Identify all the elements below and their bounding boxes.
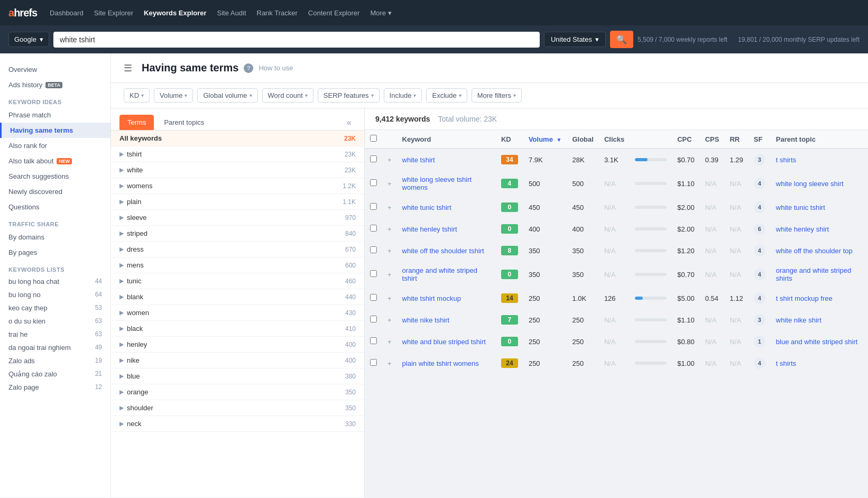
list-item-o-du-su-kien[interactable]: o du su kien63 — [0, 315, 110, 328]
row-keyword[interactable]: white tunic tshirt — [397, 197, 496, 218]
th-keyword[interactable]: Keyword — [397, 130, 496, 149]
keyword-link[interactable]: white long sleeve tshirt womens — [402, 176, 472, 191]
row-add-cell[interactable]: + — [382, 149, 397, 171]
row-add-cell[interactable]: + — [382, 309, 397, 331]
row-add-cell[interactable]: + — [382, 331, 397, 353]
kw-item-striped[interactable]: ▶ striped 840 — [111, 226, 364, 242]
keyword-link[interactable]: white tshirt mockup — [402, 294, 461, 302]
kw-item-plain[interactable]: ▶ plain 1.1K — [111, 194, 364, 210]
parent-topic-link[interactable]: orange and white striped shirts — [776, 266, 851, 282]
keyword-link[interactable]: white tshirt — [402, 156, 435, 164]
sidebar-item-also-talk-about[interactable]: Also talk about NEW — [0, 153, 110, 169]
row-add-cell[interactable]: + — [382, 171, 397, 197]
filter-serp-features[interactable]: SERP features ▾ — [318, 88, 380, 103]
nav-site-audit[interactable]: Site Audit — [217, 9, 246, 17]
parent-topic-link[interactable]: white henley shirt — [776, 225, 829, 233]
how-to-use-link[interactable]: How to use — [258, 64, 293, 72]
keyword-input[interactable] — [53, 32, 540, 48]
kw-item-tshirt[interactable]: ▶ tshirt 23K — [111, 146, 364, 162]
row-parent-topic[interactable]: white off the shoulder top — [771, 240, 868, 262]
sidebar-item-having-same-terms[interactable]: Having same terms — [0, 123, 110, 138]
parent-topic-link[interactable]: white tunic tshirt — [776, 204, 825, 211]
sidebar-item-by-pages[interactable]: By pages — [0, 245, 110, 260]
row-parent-topic[interactable]: orange and white striped shirts — [771, 262, 868, 288]
kw-item-shoulder[interactable]: ▶ shoulder 350 — [111, 400, 364, 416]
filter-exclude[interactable]: Exclude ▾ — [426, 88, 467, 103]
nav-keywords-explorer[interactable]: Keywords Explorer — [144, 9, 207, 17]
hamburger-icon[interactable]: ☰ — [124, 62, 132, 74]
sidebar-item-ads-history[interactable]: Ads history BETA — [0, 77, 110, 93]
row-checkbox[interactable] — [370, 294, 377, 301]
row-keyword[interactable]: white and blue striped tshirt — [397, 331, 496, 353]
row-add-cell[interactable]: + — [382, 262, 397, 288]
filter-volume[interactable]: Volume ▾ — [154, 88, 193, 103]
keyword-link[interactable]: orange and white striped tshirt — [402, 266, 477, 282]
list-item-trai-he[interactable]: trai he63 — [0, 328, 110, 341]
list-item-bu-long-hoa-chat[interactable]: bu long hoa chat44 — [0, 275, 110, 288]
parent-topic-link[interactable]: t shirts — [776, 156, 796, 164]
sidebar-item-search-suggestions[interactable]: Search suggestions — [0, 169, 110, 184]
kw-item-white[interactable]: ▶ white 23K — [111, 162, 364, 178]
nav-dashboard[interactable]: Dashboard — [50, 9, 84, 17]
sidebar-item-phrase-match[interactable]: Phrase match — [0, 107, 110, 123]
row-keyword[interactable]: white henley tshirt — [397, 218, 496, 240]
sidebar-item-questions[interactable]: Questions — [0, 199, 110, 215]
kw-item-nike[interactable]: ▶ nike 400 — [111, 353, 364, 368]
nav-more[interactable]: More ▾ — [370, 9, 391, 17]
select-all-checkbox[interactable] — [370, 135, 377, 142]
row-checkbox[interactable] — [370, 246, 377, 253]
list-item-zalo-page[interactable]: Zalo page12 — [0, 381, 110, 394]
row-keyword[interactable]: white tshirt mockup — [397, 288, 496, 309]
country-select[interactable]: United States ▾ — [544, 32, 606, 47]
kw-item-blank[interactable]: ▶ blank 440 — [111, 289, 364, 305]
row-checkbox[interactable] — [370, 270, 377, 277]
row-add-cell[interactable]: + — [382, 288, 397, 309]
parent-topic-link[interactable]: t shirt mockup free — [776, 294, 833, 302]
th-volume[interactable]: Volume ▼ — [523, 130, 567, 149]
th-sf[interactable]: SF — [749, 130, 771, 149]
parent-topic-link[interactable]: white long sleeve shirt — [776, 180, 844, 188]
kw-item-sleeve[interactable]: ▶ sleeve 970 — [111, 210, 364, 226]
th-cps[interactable]: CPS — [700, 130, 725, 149]
kw-item-henley[interactable]: ▶ henley 400 — [111, 337, 364, 353]
row-parent-topic[interactable]: blue and white striped shirt — [771, 331, 868, 353]
sidebar-item-overview[interactable]: Overview — [0, 62, 110, 77]
tab-parent-topics[interactable]: Parent topics — [156, 115, 212, 130]
row-add-cell[interactable]: + — [382, 218, 397, 240]
list-item-da-ngoai[interactable]: da ngoai trai nghiem49 — [0, 341, 110, 354]
row-parent-topic[interactable]: t shirts — [771, 353, 868, 374]
kw-item-women[interactable]: ▶ women 430 — [111, 305, 364, 321]
row-checkbox[interactable] — [370, 155, 377, 162]
row-add-cell[interactable]: + — [382, 353, 397, 374]
kw-item-womens[interactable]: ▶ womens 1.2K — [111, 178, 364, 194]
kw-item-black[interactable]: ▶ black 410 — [111, 321, 364, 337]
parent-topic-link[interactable]: white nike shirt — [776, 316, 821, 324]
th-kd[interactable]: KD — [496, 130, 523, 149]
filter-include[interactable]: Include ▾ — [384, 88, 422, 103]
row-add-cell[interactable]: + — [382, 240, 397, 262]
sidebar-item-newly-discovered[interactable]: Newly discovered — [0, 184, 110, 199]
filter-global-volume[interactable]: Global volume ▾ — [197, 88, 257, 103]
row-keyword[interactable]: white tshirt — [397, 149, 496, 171]
list-item-zalo-ads[interactable]: Zalo ads19 — [0, 354, 110, 367]
keyword-link[interactable]: white nike tshirt — [402, 316, 450, 324]
row-checkbox[interactable] — [370, 203, 377, 210]
keyword-link[interactable]: white and blue striped tshirt — [402, 338, 486, 346]
th-clicks[interactable]: Clicks — [599, 130, 630, 149]
row-parent-topic[interactable]: t shirts — [771, 149, 868, 171]
kw-item-mens[interactable]: ▶ mens 600 — [111, 257, 364, 273]
nav-site-explorer[interactable]: Site Explorer — [94, 9, 133, 17]
th-cpc[interactable]: CPC — [672, 130, 700, 149]
keyword-link[interactable]: white henley tshirt — [402, 225, 457, 233]
help-icon[interactable]: ? — [244, 63, 253, 73]
kw-item-dress[interactable]: ▶ dress 670 — [111, 242, 364, 257]
row-checkbox[interactable] — [370, 359, 377, 366]
th-global[interactable]: Global — [567, 130, 598, 149]
list-item-keo-cay-thep[interactable]: keo cay thep53 — [0, 301, 110, 315]
row-checkbox[interactable] — [370, 179, 377, 186]
row-keyword[interactable]: white long sleeve tshirt womens — [397, 171, 496, 197]
th-parent-topic[interactable]: Parent topic — [771, 130, 868, 149]
row-keyword[interactable]: white off the shoulder tshirt — [397, 240, 496, 262]
sidebar-item-by-domains[interactable]: By domains — [0, 229, 110, 245]
row-parent-topic[interactable]: white henley shirt — [771, 218, 868, 240]
